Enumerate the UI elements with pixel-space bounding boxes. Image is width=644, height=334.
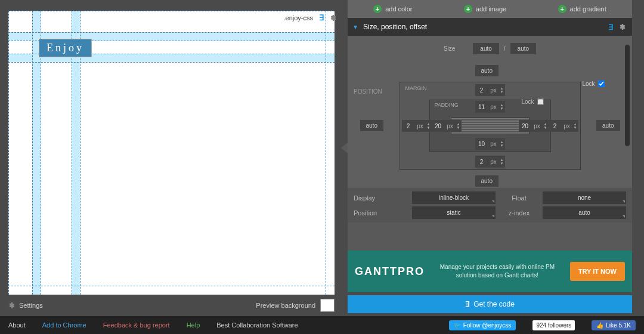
settings-label: Settings <box>19 302 43 309</box>
add-gradient-button[interactable]: +add gradient <box>558 5 606 13</box>
settings-button[interactable]: Settings <box>8 302 43 309</box>
footer-about[interactable]: About <box>8 321 26 329</box>
unit: px <box>488 87 499 94</box>
promo-logo: GANTTPRO <box>355 265 425 278</box>
twitter-count: 924 followers <box>532 320 575 330</box>
zindex-select[interactable]: auto <box>543 206 626 219</box>
layout-grid: Display inline-block Float none Position… <box>348 188 632 222</box>
selector-bar: .enjoy-css ∃ <box>283 13 337 22</box>
add-image-button[interactable]: +add image <box>464 5 506 13</box>
margin-label: MARGIN <box>405 85 427 91</box>
unit: px <box>415 123 426 129</box>
spinner-icon[interactable]: ▲▼ <box>499 86 505 94</box>
footer-chrome[interactable]: Add to Chrome <box>42 321 86 329</box>
footer-bar: About Add to Chrome Feedback & bug repor… <box>0 316 644 334</box>
lock-margin-checkbox[interactable] <box>598 81 605 87</box>
footer-help[interactable]: Help <box>187 321 200 329</box>
fb-like-button[interactable]: 👍Like 5.1K <box>592 320 636 330</box>
padding-top-stepper[interactable]: 11px▲▼ <box>475 101 505 113</box>
promo-banner: GANTTPRO Manage your projects easily wit… <box>348 250 632 292</box>
padding-label: PADDING <box>435 102 459 108</box>
chevron-down-icon: ▾ <box>354 23 357 31</box>
plus-icon: + <box>558 5 566 13</box>
val: 10 <box>475 141 488 147</box>
unit: px <box>488 141 499 147</box>
get-code-button[interactable]: ∃ Get the code <box>348 295 632 313</box>
add-image-label: add image <box>476 5 506 13</box>
display-select[interactable]: inline-block <box>412 191 496 204</box>
add-color-label: add color <box>385 5 412 13</box>
accordion-title: Size, position, offset <box>363 23 427 31</box>
footer-feedback[interactable]: Feedback & bug report <box>103 321 170 329</box>
css3-icon[interactable]: ∃ <box>608 23 613 32</box>
get-code-label: Get the code <box>473 300 515 308</box>
lock-margin-label: Lock <box>582 81 595 87</box>
padding-bottom-stepper[interactable]: 10px▲▼ <box>475 138 505 150</box>
bg-swatch[interactable] <box>320 299 335 312</box>
size-label: Size <box>444 45 455 52</box>
gear-icon[interactable] <box>619 23 626 30</box>
spinner-icon[interactable]: ▲▼ <box>543 122 549 129</box>
content-box <box>451 117 530 134</box>
css3-icon: ∃ <box>465 300 470 308</box>
float-select[interactable]: none <box>543 191 626 204</box>
spinner-icon[interactable]: ▲▼ <box>499 158 505 165</box>
box-model: auto Lock MARGIN 2px▲▼ Lock PADDING 11px… <box>359 67 621 184</box>
promo-text: Manage your projects easily with online … <box>433 263 562 280</box>
plus-icon: + <box>464 5 472 13</box>
padding-right-stepper[interactable]: 20px▲▼ <box>519 120 549 132</box>
spinner-icon[interactable]: ▲▼ <box>572 122 578 129</box>
preview-canvas[interactable]: Enjoy <box>8 11 335 295</box>
unit: px <box>488 159 499 165</box>
val: 20 <box>432 123 445 129</box>
spinner-icon[interactable]: ▲▼ <box>456 122 462 129</box>
width-input[interactable]: auto <box>473 43 499 54</box>
pos-top-input[interactable]: auto <box>475 65 499 76</box>
spinner-icon[interactable]: ▲▼ <box>499 140 505 147</box>
margin-bottom-stepper[interactable]: 2px▲▼ <box>475 156 505 168</box>
thumb-icon: 👍 <box>596 322 603 329</box>
gear-icon <box>8 302 16 309</box>
accordion-header[interactable]: ▾ Size, position, offset ∃ <box>348 18 632 36</box>
unit: px <box>532 123 543 129</box>
val: 20 <box>519 123 532 129</box>
add-gradient-label: add gradient <box>570 5 606 13</box>
spinner-icon[interactable]: ▲▼ <box>426 122 432 129</box>
promo-cta-button[interactable]: TRY IT NOW <box>570 262 625 281</box>
val: 2 <box>549 123 562 129</box>
scrollbar[interactable] <box>625 45 630 146</box>
spinner-icon[interactable]: ▲▼ <box>499 103 505 110</box>
preview-bg-control[interactable]: Preview background <box>256 299 335 312</box>
pos-left-input[interactable]: auto <box>360 120 383 131</box>
margin-left-stepper[interactable]: 2px▲▼ <box>402 120 432 132</box>
preview-element[interactable]: Enjoy <box>39 39 92 57</box>
add-color-button[interactable]: +add color <box>373 5 412 13</box>
add-row: +add color +add image +add gradient <box>348 0 632 18</box>
plus-icon: + <box>373 5 382 13</box>
margin-top-stepper[interactable]: 2px▲▼ <box>475 84 505 96</box>
selector-name[interactable]: .enjoy-css <box>283 14 313 21</box>
padding-left-stepper[interactable]: 20px▲▼ <box>432 120 462 132</box>
margin-right-stepper[interactable]: 2px▲▼ <box>549 120 578 132</box>
lock-margin[interactable]: Lock <box>582 81 604 87</box>
height-input[interactable]: auto <box>510 43 536 54</box>
twitter-label: Follow @enjoycss <box>463 322 512 329</box>
display-label: Display <box>354 194 408 202</box>
twitter-icon: 🐦 <box>454 322 461 329</box>
size-row: Size auto / auto <box>348 41 632 57</box>
twitter-follow-button[interactable]: 🐦Follow @enjoycss <box>449 320 516 330</box>
val: 2 <box>402 123 415 129</box>
footer-best[interactable]: Best Collaboration Software <box>216 321 298 329</box>
preview-pane: Enjoy .enjoy-css ∃ Settings Preview back… <box>0 0 343 316</box>
position-select[interactable]: static <box>412 206 496 219</box>
unit: px <box>445 123 456 129</box>
gear-icon[interactable] <box>330 14 337 21</box>
pos-bottom-input[interactable]: auto <box>475 175 499 187</box>
pos-right-input[interactable]: auto <box>596 120 620 131</box>
unit: px <box>562 123 572 129</box>
preview-bg-label: Preview background <box>256 302 315 309</box>
val: 2 <box>475 159 488 165</box>
css3-icon[interactable]: ∃ <box>319 13 324 22</box>
val: 2 <box>475 87 488 94</box>
unit: px <box>488 104 499 110</box>
